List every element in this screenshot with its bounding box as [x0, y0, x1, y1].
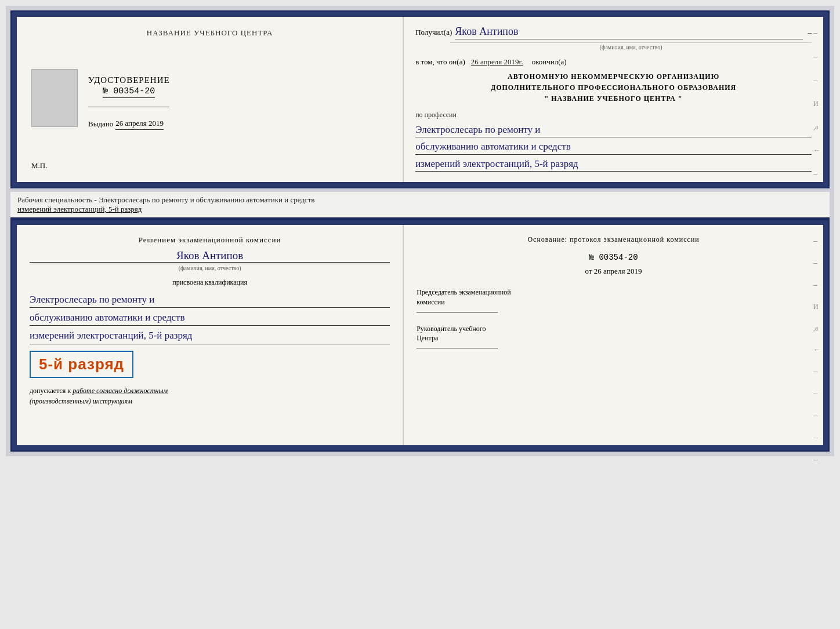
- instr-text: (производственным) инструкциям: [30, 397, 132, 405]
- chairman-line2: комиссии: [417, 298, 445, 306]
- dash-after-name: –: [808, 28, 812, 37]
- issued-date: 26 апреля 2019: [115, 119, 164, 130]
- cert-title: УДОСТОВЕРЕНИЕ № 00354-20: [88, 75, 170, 98]
- school-name-top: НАЗВАНИЕ УЧЕБНОГО ЦЕНТРА: [147, 28, 273, 38]
- po-professii: по профессии: [415, 111, 812, 119]
- bottom-doc-right: Основание: протокол экзаменационной коми…: [404, 225, 823, 445]
- top-doc-left: НАЗВАНИЕ УЧЕБНОГО ЦЕНТРА УДОСТОВЕРЕНИЕ №…: [17, 17, 404, 182]
- cert-title-block: УДОСТОВЕРЕНИЕ № 00354-20 Выдано 26 апрел…: [88, 75, 170, 130]
- fio-sub-top: (фамилия, имя, отчество): [450, 42, 812, 50]
- qual-line1: Электрослесарь по ремонту и: [30, 292, 390, 308]
- vtom-label: в том, что он(а): [415, 57, 465, 67]
- prof-line2: обслуживанию автоматики и средств: [415, 139, 812, 155]
- cert-number: № 00354-20: [103, 86, 155, 98]
- fio-sub-bottom: (фамилия, имя, отчество): [30, 264, 390, 271]
- chairman-signature-line: [417, 312, 498, 312]
- bottom-doc-left: Решением экзаменационной комиссии Яков А…: [17, 225, 404, 445]
- rukovoditel-signature-line: [417, 348, 498, 348]
- chairman-line1: Председатель экзаменационной: [417, 288, 510, 296]
- vtom-date: 26 апреля 2019г.: [471, 57, 523, 67]
- received-label: Получил(а): [415, 28, 452, 37]
- work-text: работе согласно должностным: [73, 387, 168, 395]
- protocol-number: № 00354-20: [417, 253, 810, 262]
- middle-text-content: Рабочая специальность - Электрослесарь п…: [17, 195, 314, 204]
- vtom-row: в том, что он(а) 26 апреля 2019г. окончи…: [415, 57, 812, 67]
- ot-label: от: [585, 267, 592, 275]
- rukovoditel-line2: Центра: [417, 334, 438, 342]
- right-decorations-top: – – – И ,а ← –: [813, 28, 820, 179]
- prisvoena: присвоена квалификация: [30, 278, 390, 287]
- org-line2: ДОПОЛНИТЕЛЬНОГО ПРОФЕССИОНАЛЬНОГО ОБРАЗО…: [415, 82, 812, 93]
- osnovanie: Основание: протокол экзаменационной коми…: [417, 235, 810, 244]
- rukovoditel-line1: Руководитель учебного: [417, 325, 486, 333]
- mp-label: М.П.: [31, 161, 47, 170]
- top-doc-right: Получил(а) Яков Антипов – (фамилия, имя,…: [404, 17, 823, 182]
- top-document: НАЗВАНИЕ УЧЕБНОГО ЦЕНТРА УДОСТОВЕРЕНИЕ №…: [10, 10, 830, 188]
- org-name-block: АВТОНОМНУЮ НЕКОММЕРЧЕСКУЮ ОРГАНИЗАЦИЮ ДО…: [415, 71, 812, 105]
- chairman-block: Председатель экзаменационной комиссии: [417, 288, 810, 312]
- rukovoditel-block: Руководитель учебного Центра: [417, 324, 810, 349]
- cert-photo: [31, 69, 78, 127]
- cert-issued-row: Выдано 26 апреля 2019: [88, 119, 170, 130]
- middle-text-content2: измерений электростанций, 5-й разряд: [17, 205, 142, 213]
- rukovoditel-label: Руководитель учебного Центра: [417, 324, 810, 344]
- middle-text: Рабочая специальность - Электрослесарь п…: [10, 192, 830, 219]
- dopuskaetsya-label: допускается к: [30, 387, 71, 395]
- cert-title-text: УДОСТОВЕРЕНИЕ: [88, 75, 170, 85]
- person-name-bottom: Яков Антипов: [30, 249, 390, 263]
- cert-photo-area: УДОСТОВЕРЕНИЕ № 00354-20 Выдано 26 апрел…: [31, 69, 388, 136]
- commission-title: Решением экзаменационной комиссии: [30, 235, 390, 245]
- razryad-badge-text: 5-й разряд: [39, 355, 124, 373]
- prof-line1: Электрослесарь по ремонту и: [415, 122, 812, 138]
- qual-line3: измерений электростанций, 5-й разряд: [30, 328, 390, 344]
- received-name: Яков Антипов: [455, 26, 803, 39]
- received-row: Получил(а) Яков Антипов –: [415, 26, 812, 39]
- issued-label: Выдано: [88, 119, 113, 129]
- page-wrapper: НАЗВАНИЕ УЧЕБНОГО ЦЕНТРА УДОСТОВЕРЕНИЕ №…: [6, 6, 834, 456]
- chairman-label: Председатель экзаменационной комиссии: [417, 288, 810, 307]
- org-line3: " НАЗВАНИЕ УЧЕБНОГО ЦЕНТРА ": [415, 93, 812, 104]
- prof-line3: измерений электростанций, 5-й разряд: [415, 157, 812, 172]
- razryad-badge: 5-й разряд: [30, 351, 133, 378]
- bottom-document: Решением экзаменационной комиссии Яков А…: [10, 219, 830, 452]
- okonchill-label: окончил(а): [532, 57, 567, 67]
- ot-date-row: от 26 апреля 2019: [417, 267, 810, 276]
- right-decorations-bottom: – – – И ,а ← – – – – –: [813, 237, 820, 464]
- org-line1: АВТОНОМНУЮ НЕКОММЕРЧЕСКУЮ ОРГАНИЗАЦИЮ: [415, 71, 812, 82]
- ot-date: 26 апреля 2019: [594, 267, 642, 275]
- dopuskaetsya-block: допускается к работе согласно должностны…: [30, 386, 390, 406]
- qual-line2: обслуживанию автоматики и средств: [30, 310, 390, 326]
